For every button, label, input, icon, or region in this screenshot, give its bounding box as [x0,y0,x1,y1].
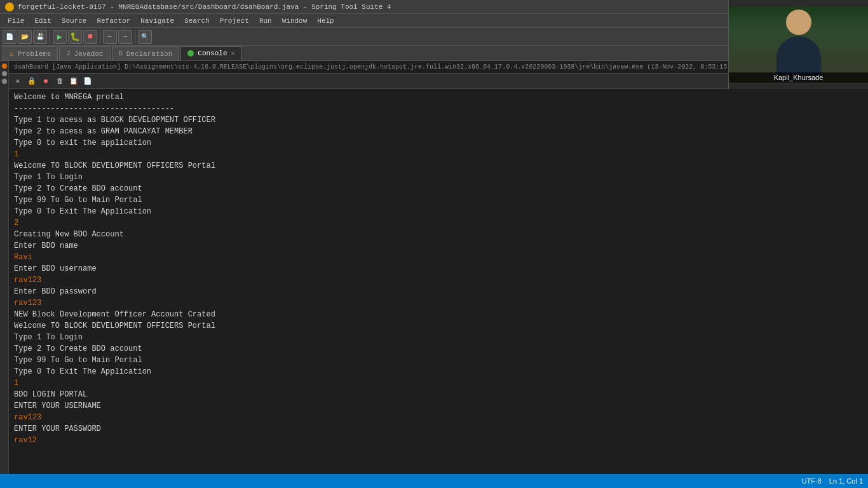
problems-icon: ⚠ [10,50,14,58]
console-paste-btn[interactable]: 📄 [81,75,94,88]
tab-console-label: Console [198,50,227,57]
left-dot-1 [2,64,7,69]
console-line: Type 99 To Go to Main Portal [14,355,863,366]
statusbar-encoding: UTF-8 [802,477,822,485]
tab-problems[interactable]: ⚠ Problems [3,46,58,60]
console-line: Type 0 to exit the application [14,137,863,149]
tab-javadoc-label: Javadoc [74,50,103,58]
toolbar-sep2 [100,30,100,43]
statusbar: UTF-8 Ln 1, Col 1 [0,474,868,488]
toolbar-back[interactable]: ← [103,30,117,44]
menu-project[interactable]: Project [215,16,254,26]
console-line: ENTER YOUR PASSWORD [14,423,863,435]
titlebar-title: forgetful-locket-9157 - MNREGAdatabase/s… [18,3,391,11]
tab-javadoc[interactable]: J Javadoc [59,46,110,60]
toolbar-save[interactable]: 💾 [33,30,47,44]
console-line: ----------------------------------- [14,103,863,114]
toolbar-run[interactable]: ▶ [53,30,67,44]
console-line: ENTER YOUR USERNAME [14,400,863,412]
console-terminate-btn[interactable]: ■ [39,75,52,88]
menu-help[interactable]: Help [312,16,339,26]
toolbar-forward[interactable]: → [118,30,132,44]
console-scroll-lock-btn[interactable]: 🔒 [25,75,38,88]
statusbar-line: Ln 1, Col 1 [829,477,863,485]
console-line: Type 2 to acess as GRAM PANCAYAT MEMBER [14,126,863,137]
console-line: Welcome TO BLOCK DEVELOPMENT OFFICERS Po… [14,160,863,172]
left-dot-2 [2,71,7,76]
menu-file[interactable]: File [3,16,29,26]
console-line: Enter BDO username [14,263,863,274]
webcam-video: Kapil_Khursade [729,6,868,83]
menu-source[interactable]: Source [57,16,92,26]
console-line: Type 1 to acess as BLOCK DEVELOPMENT OFF… [14,114,863,126]
console-icon [187,50,194,57]
console-line: rav123 [14,412,863,423]
console-line: 1 [14,377,863,389]
webcam-head [786,10,811,35]
declaration-icon: D [119,50,123,57]
console-clear-btn[interactable]: ✕ [11,75,24,88]
webcam-overlay: Kapil_Khursade [728,0,868,89]
left-dot-3 [2,79,7,84]
console-line: Type 99 To Go to Main Portal [14,194,863,206]
console-line: Creating New BDO Account [14,229,863,240]
console-line: Type 1 To Login [14,332,863,343]
menu-edit[interactable]: Edit [29,16,56,26]
console-line: rav123 [14,297,863,309]
console-line: Enter BDO password [14,286,863,297]
statusbar-right: UTF-8 Ln 1, Col 1 [802,477,863,485]
console-line: Type 2 To Create BDO account [14,183,863,194]
main-area: dsahBoard [Java Application] D:\Assignme… [0,61,868,488]
toolbar-search[interactable]: 🔍 [138,30,152,44]
tab-declaration[interactable]: D Declaration [112,46,180,60]
left-panel [0,61,9,488]
console-line: BDO LOGIN PORTAL [14,389,863,400]
toolbar-new[interactable]: 📄 [3,30,17,44]
tab-problems-label: Problems [18,50,51,58]
console-line: Ravi [14,252,863,263]
console-line: rav12 [14,435,863,446]
console-copy-btn[interactable]: 📋 [67,75,80,88]
console-output[interactable]: Welcome to MNREGA protal----------------… [9,89,868,480]
tab-declaration-label: Declaration [126,50,173,58]
console-remove-btn[interactable]: 🗑 [53,75,66,88]
console-line: rav123 [14,274,863,286]
console-line: 1 [14,149,863,160]
menu-search[interactable]: Search [179,16,215,26]
console-line: Type 1 To Login [14,172,863,183]
console-line: 2 [14,217,863,229]
toolbar-stop[interactable]: ■ [83,30,97,44]
webcam-silhouette [773,10,824,79]
tab-console[interactable]: Console ✕ [180,46,241,60]
console-line: Welcome TO BLOCK DEVELOPMENT OFFICERS Po… [14,320,863,332]
console-line: Type 0 To Exit The Application [14,206,863,217]
console-path-text: dsahBoard [Java Application] D:\Assignme… [14,64,792,71]
menu-run[interactable]: Run [254,16,277,26]
menu-window[interactable]: Window [277,16,313,26]
titlebar-icon [5,3,14,11]
toolbar-sep1 [50,30,50,43]
toolbar-open[interactable]: 📂 [18,30,32,44]
webcam-name: Kapil_Khursade [729,72,868,83]
console-line: Type 2 To Create BDO account [14,343,863,355]
console-line: Enter BDO name [14,240,863,252]
console-line: Welcome to MNREGA protal [14,92,863,103]
javadoc-icon: J [66,50,70,57]
console-line: NEW Block Development Officer Account Cr… [14,309,863,320]
menu-refactor[interactable]: Refactor [92,16,135,26]
menu-navigate[interactable]: Navigate [135,16,179,26]
tab-console-close[interactable]: ✕ [231,50,235,57]
toolbar-sep3 [135,30,135,43]
toolbar-debug[interactable]: 🐛 [68,30,82,44]
console-line: Type 0 To Exit The Application [14,366,863,377]
